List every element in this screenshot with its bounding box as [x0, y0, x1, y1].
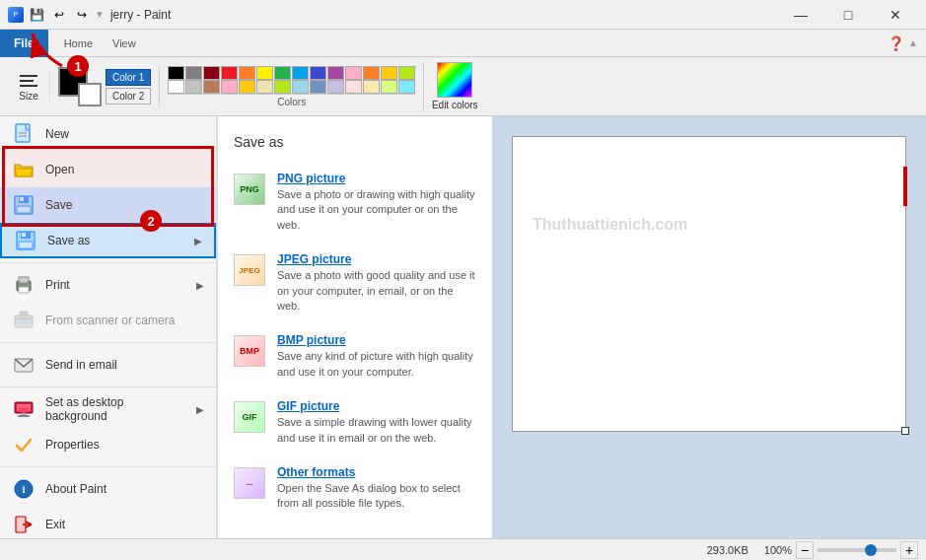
bmp-title[interactable]: BMP picture: [277, 333, 476, 347]
menu-item-new[interactable]: New: [0, 116, 216, 152]
menu-label-open: Open: [45, 163, 204, 176]
other-title[interactable]: Other formats: [277, 465, 476, 479]
color-cell-cyan[interactable]: [292, 66, 309, 80]
color-cell-black[interactable]: [168, 66, 184, 80]
color-labels: Color 1 Color 2: [106, 69, 151, 105]
quick-redo-button[interactable]: ↪: [72, 5, 92, 25]
canvas: Thuthuattienich.com: [512, 136, 906, 432]
help-icon[interactable]: ❓: [888, 35, 904, 51]
color-cell-gray[interactable]: [185, 66, 202, 80]
color-cell-yellowgreen[interactable]: [274, 80, 291, 94]
svg-rect-22: [21, 413, 27, 415]
quick-save-button[interactable]: 💾: [27, 5, 46, 25]
color-cell-gold[interactable]: [381, 66, 397, 80]
color-cell-aqua[interactable]: [398, 80, 415, 94]
file-tab[interactable]: File: [0, 30, 48, 57]
menu-label-save-as: Save as: [47, 234, 184, 247]
zoom-in-button[interactable]: +: [900, 541, 918, 559]
canvas-red-border: [903, 167, 907, 206]
submenu-item-png[interactable]: PNG PNG picture Save a photo or drawing …: [218, 162, 492, 243]
menu-label-save: Save: [45, 198, 204, 212]
color2-swatch[interactable]: [78, 83, 102, 106]
edit-colors-preview[interactable]: [437, 62, 472, 98]
color-cell-green[interactable]: [274, 66, 291, 80]
zoom-control: 100% − +: [764, 541, 918, 559]
zoom-out-button[interactable]: −: [796, 541, 814, 559]
bmp-desc: Save any kind of picture with high quali…: [277, 349, 476, 380]
svg-rect-17: [15, 317, 33, 319]
edit-colors-label[interactable]: Edit colors: [430, 100, 479, 111]
gif-title[interactable]: GIF picture: [277, 399, 476, 413]
color-cell-lime[interactable]: [398, 66, 415, 80]
color-cell-orange[interactable]: [239, 66, 255, 80]
menu-item-save-as[interactable]: Save as ▶: [0, 223, 216, 258]
maximize-button[interactable]: □: [825, 0, 871, 30]
divider-2: [0, 342, 216, 343]
color-cell-lightpink[interactable]: [221, 80, 238, 94]
color-cell-blue[interactable]: [310, 66, 326, 80]
color-toolbar: Size Color 1 Color 2: [0, 57, 926, 116]
color-cell-chartreuse[interactable]: [381, 80, 397, 94]
badge-2: 2: [140, 210, 162, 232]
color-cell-brown[interactable]: [203, 80, 220, 94]
color-cell-lightorange[interactable]: [363, 66, 380, 80]
png-title[interactable]: PNG picture: [277, 172, 476, 185]
color-cell-red[interactable]: [221, 66, 238, 80]
window-title: jerry - Paint: [110, 8, 171, 22]
color-cell-blush[interactable]: [345, 80, 362, 94]
menu-item-exit[interactable]: Exit: [0, 507, 216, 538]
new-icon: [12, 122, 36, 146]
color-cell-tan[interactable]: [256, 80, 273, 94]
bmp-icon: BMP: [234, 335, 265, 367]
jpeg-title[interactable]: JPEG picture: [277, 252, 476, 266]
color-cell-darkred[interactable]: [203, 66, 220, 80]
status-bar: 293.0KB 100% − +: [0, 538, 926, 560]
zoom-slider[interactable]: [818, 548, 896, 552]
submenu-item-other[interactable]: ... Other formats Open the Save As dialo…: [218, 455, 492, 522]
color1-button[interactable]: Color 1: [106, 69, 151, 86]
menu-item-print[interactable]: Print ▶: [0, 267, 216, 303]
png-icon: PNG: [234, 174, 265, 205]
color-row-2: [168, 80, 415, 94]
color-cell-purple[interactable]: [327, 66, 344, 80]
color-cell-white[interactable]: [168, 80, 184, 94]
color-cell-amber[interactable]: [239, 80, 255, 94]
menu-item-desktop[interactable]: Set as desktop background ▶: [0, 391, 216, 427]
menu-label-print: Print: [45, 278, 186, 292]
svg-rect-23: [18, 415, 30, 417]
menu-item-properties[interactable]: Properties: [0, 427, 216, 462]
menu-item-open[interactable]: Open: [0, 152, 216, 187]
divider-4: [0, 466, 216, 467]
email-icon: [12, 353, 36, 377]
color-cell-yellow[interactable]: [256, 66, 273, 80]
color2-button[interactable]: Color 2: [106, 88, 151, 105]
submenu-text-jpeg: JPEG picture Save a photo with good qual…: [277, 252, 476, 314]
submenu-item-bmp[interactable]: BMP BMP picture Save any kind of picture…: [218, 323, 492, 389]
color-cell-skyblue[interactable]: [292, 80, 309, 94]
menu-label-exit: Exit: [45, 518, 204, 531]
zoom-level-label: 100%: [764, 544, 792, 556]
canvas-resize-handle[interactable]: [901, 427, 909, 435]
minimize-button[interactable]: —: [778, 0, 823, 30]
svg-text:i: i: [22, 483, 25, 495]
submenu-item-jpeg[interactable]: JPEG JPEG picture Save a photo with good…: [218, 243, 492, 323]
submenu-item-gif[interactable]: GIF GIF picture Save a simple drawing wi…: [218, 389, 492, 455]
menu-item-about[interactable]: i About Paint: [0, 471, 216, 507]
print-icon: [12, 273, 36, 297]
color-cell-peach[interactable]: [363, 80, 380, 94]
gif-desc: Save a simple drawing with lower quality…: [277, 415, 476, 446]
other-desc: Open the Save As dialog box to select fr…: [277, 481, 476, 512]
color-cell-lightgray[interactable]: [185, 80, 202, 94]
close-button[interactable]: ✕: [873, 0, 918, 30]
color-cell-pink[interactable]: [345, 66, 362, 80]
canvas-viewport[interactable]: Thuthuattienich.com: [492, 116, 926, 538]
menu-item-save[interactable]: Save: [0, 187, 216, 223]
color-cell-steelblue[interactable]: [310, 80, 326, 94]
color-cell-lavender[interactable]: [327, 80, 344, 94]
menu-item-email[interactable]: Send in email: [0, 347, 216, 383]
jpeg-desc: Save a photo with good quality and use i…: [277, 268, 476, 314]
quick-undo-button[interactable]: ↩: [49, 5, 69, 25]
desktop-icon: [12, 397, 36, 421]
title-bar: P 💾 ↩ ↪ ▼ jerry - Paint — □ ✕: [0, 0, 926, 30]
zoom-thumb[interactable]: [865, 544, 877, 556]
